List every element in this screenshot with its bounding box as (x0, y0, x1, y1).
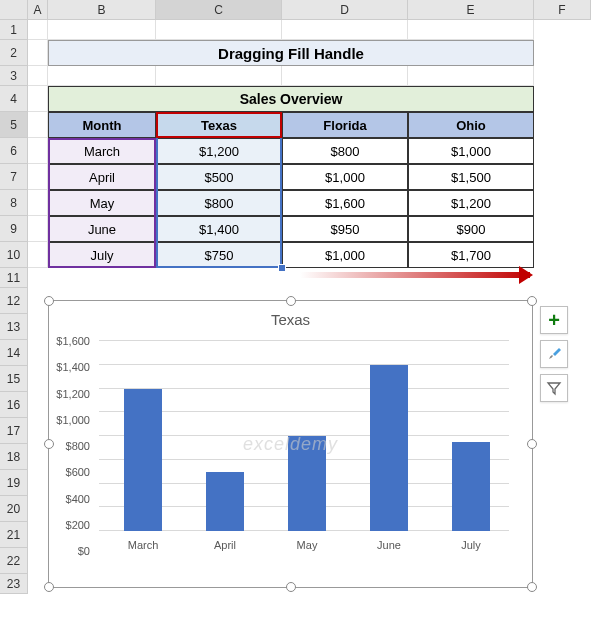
row-header-18[interactable]: 18 (0, 444, 28, 470)
table-row[interactable]: May (48, 190, 156, 216)
row-header-21[interactable]: 21 (0, 522, 28, 548)
table-cell[interactable]: $800 (282, 138, 408, 164)
chart-x-label: July (436, 539, 506, 551)
row-header-8[interactable]: 8 (0, 190, 28, 216)
table-row[interactable]: June (48, 216, 156, 242)
filter-icon (546, 380, 562, 396)
chart-bar[interactable] (370, 365, 408, 531)
chart-x-label: May (272, 539, 342, 551)
table-row[interactable]: March (48, 138, 156, 164)
table-cell[interactable]: $800 (156, 190, 282, 216)
chart-filters-button[interactable] (540, 374, 568, 402)
table-cell[interactable]: $1,000 (282, 242, 408, 268)
table-cell[interactable]: $1,600 (282, 190, 408, 216)
chart-plot-area[interactable]: March April May June July (99, 341, 509, 551)
row-header-19[interactable]: 19 (0, 470, 28, 496)
chart-container[interactable]: Texas $0 $200 $400 $600 $800 $1,000 $1,2… (48, 300, 533, 588)
table-col-month[interactable]: Month (48, 112, 156, 138)
chart-elements-button[interactable]: + (540, 306, 568, 334)
table-cell[interactable]: $1,000 (282, 164, 408, 190)
chart-styles-button[interactable] (540, 340, 568, 368)
row-headers: 1 2 3 4 5 6 7 8 9 10 11 12 13 14 15 16 1… (0, 20, 28, 594)
row-header-13[interactable]: 13 (0, 314, 28, 340)
table-cell[interactable]: $500 (156, 164, 282, 190)
col-header-A[interactable]: A (28, 0, 48, 19)
row-header-11[interactable]: 11 (0, 268, 28, 288)
column-headers: A B C D E F (0, 0, 591, 20)
row-header-2[interactable]: 2 (0, 40, 28, 66)
row-header-16[interactable]: 16 (0, 392, 28, 418)
table-cell[interactable]: $1,400 (156, 216, 282, 242)
table-title: Sales Overview (48, 86, 534, 112)
chart-bar[interactable] (288, 436, 326, 531)
col-header-B[interactable]: B (48, 0, 156, 19)
chart-bar[interactable] (124, 389, 162, 532)
table-cell[interactable]: $900 (408, 216, 534, 242)
drag-arrow (300, 272, 530, 278)
chart-x-label: April (190, 539, 260, 551)
chart-x-label: March (108, 539, 178, 551)
col-header-F[interactable]: F (534, 0, 591, 19)
row-header-9[interactable]: 9 (0, 216, 28, 242)
row-header-14[interactable]: 14 (0, 340, 28, 366)
brush-icon (546, 346, 562, 362)
row-header-23[interactable]: 23 (0, 574, 28, 594)
table-row[interactable]: April (48, 164, 156, 190)
row-header-20[interactable]: 20 (0, 496, 28, 522)
row-header-12[interactable]: 12 (0, 288, 28, 314)
table-col-ohio[interactable]: Ohio (408, 112, 534, 138)
table-cell[interactable]: $750 (156, 242, 282, 268)
plus-icon: + (548, 309, 560, 332)
row-header-17[interactable]: 17 (0, 418, 28, 444)
row-header-7[interactable]: 7 (0, 164, 28, 190)
table-col-florida[interactable]: Florida (282, 112, 408, 138)
table-row[interactable]: July (48, 242, 156, 268)
page-title: Dragging Fill Handle (48, 40, 534, 66)
row-header-10[interactable]: 10 (0, 242, 28, 268)
table-cell[interactable]: $1,700 (408, 242, 534, 268)
table-cell[interactable]: $1,200 (156, 138, 282, 164)
table-cell[interactable]: $1,000 (408, 138, 534, 164)
row-header-1[interactable]: 1 (0, 20, 28, 40)
fill-handle[interactable] (278, 264, 286, 272)
row-header-6[interactable]: 6 (0, 138, 28, 164)
table-col-texas[interactable]: Texas (156, 112, 282, 138)
row-header-15[interactable]: 15 (0, 366, 28, 392)
table-cell[interactable]: $1,500 (408, 164, 534, 190)
col-header-C[interactable]: C (156, 0, 282, 19)
chart-x-label: June (354, 539, 424, 551)
col-header-E[interactable]: E (408, 0, 534, 19)
chart-bar[interactable] (452, 442, 490, 531)
chart-bar[interactable] (206, 472, 244, 531)
table-cell[interactable]: $1,200 (408, 190, 534, 216)
chart-y-axis: $0 $200 $400 $600 $800 $1,000 $1,200 $1,… (49, 341, 94, 551)
row-header-3[interactable]: 3 (0, 66, 28, 86)
row-header-5[interactable]: 5 (0, 112, 28, 138)
row-header-4[interactable]: 4 (0, 86, 28, 112)
select-all-corner[interactable] (0, 0, 28, 19)
chart-side-buttons: + (540, 306, 568, 408)
row-header-22[interactable]: 22 (0, 548, 28, 574)
col-header-D[interactable]: D (282, 0, 408, 19)
table-cell[interactable]: $950 (282, 216, 408, 242)
